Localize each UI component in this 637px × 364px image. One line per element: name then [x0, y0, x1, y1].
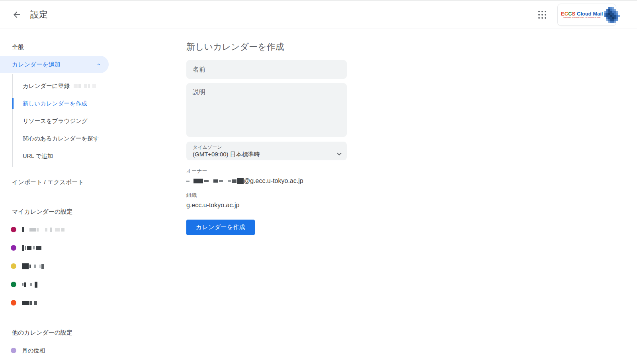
page-title: 設定 — [30, 9, 48, 21]
redacted-text — [74, 84, 96, 88]
my-calendars-heading: マイカレンダーの設定 — [0, 203, 186, 220]
create-calendar-button[interactable]: カレンダーを作成 — [186, 220, 255, 235]
other-calendar-row-moon-phases[interactable]: 月の位相 — [0, 341, 186, 360]
my-calendar-row[interactable] — [0, 275, 186, 294]
sidebar-item-general[interactable]: 全般 — [0, 38, 186, 56]
sidebar-item-label: リソースをブラウジング — [23, 118, 88, 124]
sidebar-item-label: 関心のあるカレンダーを探す — [23, 135, 99, 142]
organization-value: g.ecc.u-tokyo.ac.jp — [186, 202, 347, 209]
sidebar-item-browse-resources[interactable]: リソースをブラウジング — [13, 112, 106, 130]
form-heading: 新しいカレンダーを作成 — [186, 38, 347, 56]
calendar-color-dot — [11, 282, 16, 287]
sidebar-item-label: インポート / エクスポート — [12, 179, 84, 186]
other-calendars-heading: 他のカレンダーの設定 — [0, 324, 186, 341]
add-calendar-sublist: カレンダーに登録 新しいカレンダーを作成 リソースをブラウジング 関心のあるカレ… — [12, 74, 106, 167]
back-arrow-icon — [12, 10, 21, 19]
redacted-calendar-name — [22, 227, 64, 232]
redacted-owner-name — [186, 178, 244, 184]
dropdown-arrow-icon — [337, 150, 342, 157]
back-button[interactable] — [9, 7, 25, 23]
apps-grid-icon — [538, 11, 546, 19]
calendar-color-dot — [11, 263, 16, 269]
owner-value: @g.ecc.u-tokyo.ac.jp — [186, 177, 347, 185]
sidebar-item-label: カレンダーに登録 — [23, 83, 70, 89]
sidebar-item-from-url[interactable]: URL で追加 — [13, 147, 106, 165]
timezone-value: (GMT+09:00) 日本標準時 — [193, 150, 340, 158]
logo-rest: Cloud Mail — [575, 11, 603, 17]
calendar-color-dot — [11, 227, 16, 232]
calendar-color-dot — [11, 348, 16, 353]
my-calendar-row[interactable] — [0, 257, 186, 275]
sidebar-item-label: カレンダーを追加 — [12, 61, 61, 68]
timezone-label: タイムゾーン — [193, 144, 340, 150]
sidebar-item-label: URL で追加 — [23, 153, 53, 159]
redacted-calendar-name — [22, 282, 37, 288]
settings-sidebar: 全般 カレンダーを追加 カレンダーに登録 新しいカレンダーを作成 リソースをブラ… — [0, 29, 186, 360]
calendar-name-input[interactable] — [186, 60, 347, 79]
create-calendar-form: 新しいカレンダーを作成 タイムゾーン (GMT+09:00) 日本標準時 オーナ… — [186, 29, 347, 360]
apps-grid-button[interactable] — [534, 7, 550, 23]
sidebar-item-add-calendar[interactable]: カレンダーを追加 — [0, 56, 109, 73]
redacted-calendar-name — [22, 245, 41, 251]
calendar-description-input[interactable] — [186, 83, 347, 137]
sidebar-item-subscribe-calendar[interactable]: カレンダーに登録 — [13, 77, 106, 95]
my-calendar-row[interactable] — [0, 294, 186, 312]
calendar-name: 月の位相 — [22, 347, 45, 354]
settings-page: 設定 ECCS Cloud Mail Information Technolog… — [0, 0, 637, 364]
calendar-color-dot — [11, 245, 16, 251]
eccs-logo: ECCS Cloud Mail Information Technology C… — [561, 11, 603, 19]
app-header: 設定 ECCS Cloud Mail Information Technolog… — [0, 1, 637, 29]
logo-letter: S — [572, 11, 575, 17]
sidebar-item-label: 新しいカレンダーを作成 — [23, 100, 87, 107]
owner-email-suffix: @g.ecc.u-tokyo.ac.jp — [244, 177, 303, 185]
logo-subtext: Information Technology Center, The Unive… — [562, 17, 602, 18]
chevron-up-icon — [96, 62, 102, 67]
redacted-calendar-name — [22, 263, 44, 269]
sidebar-item-browse-interesting[interactable]: 関心のあるカレンダーを探す — [13, 130, 103, 147]
sidebar-item-create-calendar[interactable]: 新しいカレンダーを作成 — [13, 95, 106, 112]
timezone-select[interactable]: タイムゾーン (GMT+09:00) 日本標準時 — [186, 142, 347, 160]
avatar — [604, 7, 620, 23]
account-button[interactable]: ECCS Cloud Mail Information Technology C… — [557, 4, 616, 26]
redacted-calendar-name — [22, 301, 37, 305]
logo-letter: C — [565, 11, 568, 17]
calendar-color-dot — [11, 300, 16, 306]
logo-letter: E — [561, 11, 565, 17]
my-calendar-row[interactable] — [0, 220, 186, 239]
organization-label: 組織 — [186, 192, 347, 199]
sidebar-item-label: 全般 — [12, 43, 24, 51]
owner-label: オーナー — [186, 167, 347, 175]
sidebar-item-import-export[interactable]: インポート / エクスポート — [0, 173, 186, 191]
my-calendar-row[interactable] — [0, 239, 186, 257]
